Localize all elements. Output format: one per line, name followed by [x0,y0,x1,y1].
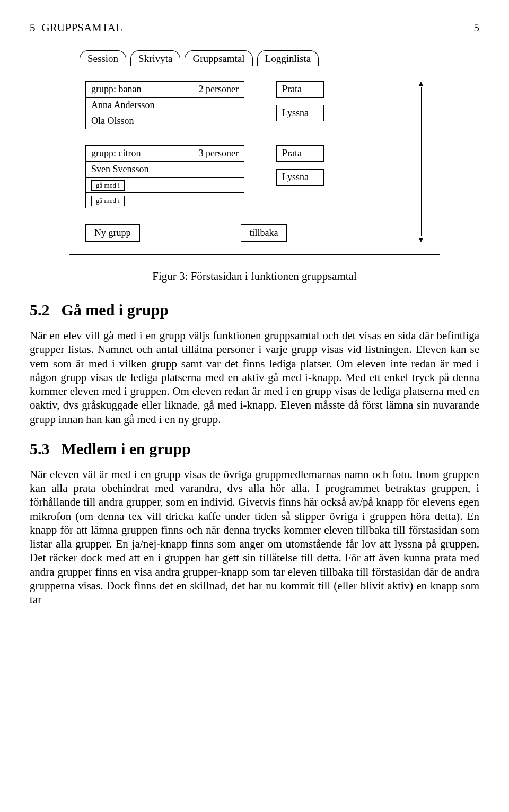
join-button[interactable]: gå med i [91,196,125,206]
group-member: Sven Svensson [86,162,244,178]
back-button[interactable]: tillbaka [241,224,287,242]
tab-gruppsamtal[interactable]: Gruppsamtal [185,50,252,66]
tab-skrivyta[interactable]: Skrivyta [130,50,180,66]
figure-3: Session Skrivyta Gruppsamtal Logginlista… [69,50,440,255]
tab-logginlista[interactable]: Logginlista [257,50,319,66]
header-page-number: 5 [474,21,480,34]
group-box-citron: grupp: citron 3 personer Sven Svensson g… [85,145,244,208]
lyssna-button[interactable]: Lyssna [276,105,324,121]
paragraph: När en elev vill gå med i en grupp väljs… [30,329,479,426]
tab-session[interactable]: Session [80,50,126,66]
heading-5-2: 5.2Gå med i grupp [30,301,479,319]
heading-5-3: 5.3Medlem i en grupp [30,440,479,458]
figure-caption: Figur 3: Förstasidan i funktionen grupps… [30,270,479,283]
prata-button[interactable]: Prata [276,145,324,162]
group-count: 2 personer [199,84,239,95]
heading-number: 5.3 [30,440,50,457]
prata-button[interactable]: Prata [276,81,324,98]
tab-bar: Session Skrivyta Gruppsamtal Logginlista [80,50,440,66]
group-title: grupp: citron [91,148,141,159]
heading-title: Gå med i grupp [62,301,169,319]
header-section-title: GRUPPSAMTAL [42,21,122,34]
heading-title: Medlem i en grupp [62,440,191,457]
arrow-up-icon: ▲ [417,80,425,87]
group-slot: gå med i [86,193,244,208]
new-group-button[interactable]: Ny grupp [85,224,140,242]
scroll-track [421,87,422,236]
join-button[interactable]: gå med i [91,180,125,191]
lyssna-button[interactable]: Lyssna [276,169,324,186]
header-section-number: 5 [30,21,36,34]
page-header: 5 GRUPPSAMTAL 5 [30,21,479,34]
heading-number: 5.2 [30,301,50,319]
group-slot: gå med i [86,178,244,193]
panel: grupp: banan 2 personer Anna Andersson O… [69,66,440,255]
group-box-banan: grupp: banan 2 personer Anna Andersson O… [85,81,244,129]
scrollbar[interactable]: ▲ ▼ [417,80,425,244]
group-title: grupp: banan [91,84,141,95]
paragraph: När eleven väl är med i en grupp visas d… [30,467,479,607]
group-member: Anna Andersson [86,98,244,113]
group-count: 3 personer [199,148,239,159]
group-member: Ola Olsson [86,113,244,129]
arrow-down-icon: ▼ [417,236,425,244]
